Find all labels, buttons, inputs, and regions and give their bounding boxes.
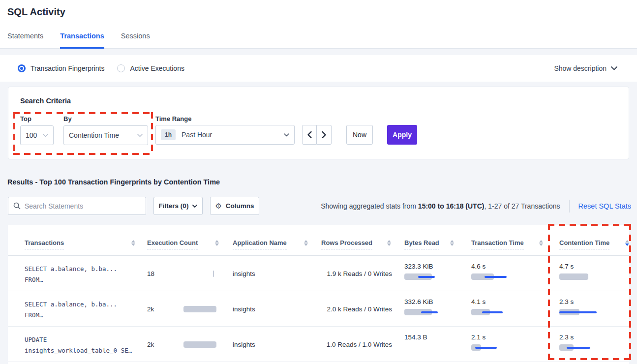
transaction-time-cell: 2.1 s xyxy=(471,334,511,351)
results-controls: Filters (0) ⚙ Columns Showing aggregated… xyxy=(8,197,631,215)
sort-icon-active-desc[interactable] xyxy=(625,240,629,246)
search-icon xyxy=(13,202,21,210)
rows-processed-cell: 1.9 k Reads / 0 Writes xyxy=(321,270,392,277)
table-row[interactable]: SELECT a.balance, b.ba...FROM… 18 insigh… xyxy=(8,256,629,291)
tab-statements[interactable]: Statements xyxy=(7,32,43,49)
transaction-time-cell: 4.6 s xyxy=(471,263,511,280)
top-label: Top xyxy=(20,115,31,122)
transaction-time-cell: 4.1 s xyxy=(471,298,511,315)
contention-time-bar xyxy=(559,309,599,315)
sort-icon[interactable] xyxy=(304,240,308,246)
page-title: SQL Activity xyxy=(7,6,65,18)
execution-count-cell: 2k xyxy=(147,327,218,362)
sort-icon[interactable] xyxy=(215,240,219,246)
table-header-row: Transactions Execution Count Application… xyxy=(8,225,629,256)
top-select[interactable]: 100 xyxy=(20,125,54,145)
contention-time-cell: 2.3 s xyxy=(559,334,599,351)
transaction-time-bar xyxy=(471,344,511,351)
col-header-transactions[interactable]: Transactions xyxy=(25,239,64,249)
col-header-application-name[interactable]: Application Name xyxy=(233,239,287,249)
next-time-button[interactable] xyxy=(317,125,332,145)
radio-label: Active Executions xyxy=(130,64,184,72)
gear-icon: ⚙ xyxy=(215,202,221,211)
aggregated-stats-text: Showing aggregated stats from 15:00 to 1… xyxy=(321,202,560,210)
col-header-execution-count[interactable]: Execution Count xyxy=(147,239,198,249)
search-criteria-heading: Search Criteria xyxy=(20,97,71,105)
execution-count-bar xyxy=(183,306,218,312)
stats-cluster: Showing aggregated stats from 15:00 to 1… xyxy=(321,197,631,215)
columns-button[interactable]: ⚙ Columns xyxy=(210,197,259,215)
search-criteria-card: Search Criteria Top 100 By Contention Ti… xyxy=(8,87,629,159)
radio-selected-icon xyxy=(18,64,26,72)
col-header-transaction-time[interactable]: Transaction Time xyxy=(471,239,524,249)
chevron-down-icon xyxy=(284,133,289,137)
table-row[interactable]: UPDATEinsights_workload_table_0 SE… 2k i… xyxy=(8,327,629,362)
application-name-cell: insights xyxy=(233,270,255,277)
bytes-read-cell: 332.6 KiB xyxy=(404,298,444,315)
transaction-time-bar xyxy=(471,309,511,315)
col-header-rows-processed[interactable]: Rows Processed xyxy=(321,239,372,249)
filters-label: Filters (0) xyxy=(159,202,189,210)
radio-active-executions[interactable]: Active Executions xyxy=(117,64,184,72)
by-label: By xyxy=(63,115,72,122)
filters-button[interactable]: Filters (0) xyxy=(153,197,203,215)
execution-count-cell: 2k xyxy=(147,291,218,327)
contention-time-cell: 2.3 s xyxy=(559,298,599,315)
time-nav-group xyxy=(302,125,332,145)
results-heading: Results - Top 100 Transaction Fingerprin… xyxy=(7,178,220,186)
time-range-label: Time Range xyxy=(155,115,191,122)
time-range-select[interactable]: 1h Past Hour xyxy=(155,125,295,145)
columns-label: Columns xyxy=(226,202,254,210)
tab-transactions[interactable]: Transactions xyxy=(60,32,104,49)
transaction-fingerprint-link[interactable]: UPDATEinsights_workload_table_0 SE… xyxy=(25,334,132,356)
col-header-bytes-read[interactable]: Bytes Read xyxy=(404,239,439,249)
radio-label: Transaction Fingerprints xyxy=(30,64,104,72)
transaction-fingerprint-link[interactable]: SELECT a.balance, b.ba...FROM… xyxy=(25,299,117,321)
contention-time-bar xyxy=(559,344,599,351)
page-header: SQL Activity Statements Transactions Ses… xyxy=(0,0,637,49)
contention-time-bar xyxy=(559,273,599,280)
col-header-contention-time[interactable]: Contention Time xyxy=(559,239,609,249)
bytes-read-cell: 154.3 B xyxy=(404,334,444,351)
top-select-value: 100 xyxy=(26,131,37,139)
bytes-read-bar xyxy=(404,309,444,315)
execution-count-bar xyxy=(183,341,218,348)
execution-count-bar xyxy=(183,271,218,277)
now-button[interactable]: Now xyxy=(346,125,373,145)
sort-icon[interactable] xyxy=(539,240,543,246)
apply-button[interactable]: Apply xyxy=(387,125,417,145)
chevron-down-icon xyxy=(43,134,48,137)
time-range-value: Past Hour xyxy=(182,131,212,139)
transaction-time-bar xyxy=(471,273,511,280)
chevron-down-icon xyxy=(137,134,143,137)
show-description-toggle[interactable]: Show description xyxy=(554,64,617,72)
sort-icon[interactable] xyxy=(387,240,391,246)
by-select[interactable]: Contention Time xyxy=(63,125,148,145)
application-name-cell: insights xyxy=(233,305,255,313)
transactions-table: Transactions Execution Count Application… xyxy=(8,225,629,364)
radio-unselected-icon xyxy=(117,64,125,72)
radio-transaction-fingerprints[interactable]: Transaction Fingerprints xyxy=(18,64,104,72)
reset-sql-stats-link[interactable]: Reset SQL Stats xyxy=(569,200,631,212)
by-select-value: Contention Time xyxy=(69,131,119,139)
search-box xyxy=(8,197,146,215)
contention-time-cell: 4.7 s xyxy=(559,263,599,280)
table-row[interactable]: SELECT a.balance, b.ba...FROM… 2k insigh… xyxy=(8,291,629,327)
sort-icon[interactable] xyxy=(450,240,454,246)
execution-count-cell: 18 xyxy=(147,256,218,291)
previous-time-button[interactable] xyxy=(302,125,317,145)
bytes-read-bar xyxy=(404,273,444,280)
time-range-badge: 1h xyxy=(161,129,176,140)
view-mode-bar: Transaction Fingerprints Active Executio… xyxy=(0,55,637,82)
chevron-left-icon xyxy=(307,131,312,138)
show-description-label: Show description xyxy=(554,64,607,72)
tab-bar: Statements Transactions Sessions xyxy=(7,32,150,49)
transaction-fingerprint-link[interactable]: SELECT a.balance, b.ba...FROM… xyxy=(25,264,117,285)
sort-icon[interactable] xyxy=(131,240,135,246)
search-input[interactable] xyxy=(25,202,141,210)
tab-sessions[interactable]: Sessions xyxy=(121,32,150,49)
chevron-down-icon xyxy=(611,66,617,70)
application-name-cell: insights xyxy=(233,341,255,348)
chevron-down-icon xyxy=(192,205,197,208)
bytes-read-cell: 323.3 KiB xyxy=(404,263,444,280)
